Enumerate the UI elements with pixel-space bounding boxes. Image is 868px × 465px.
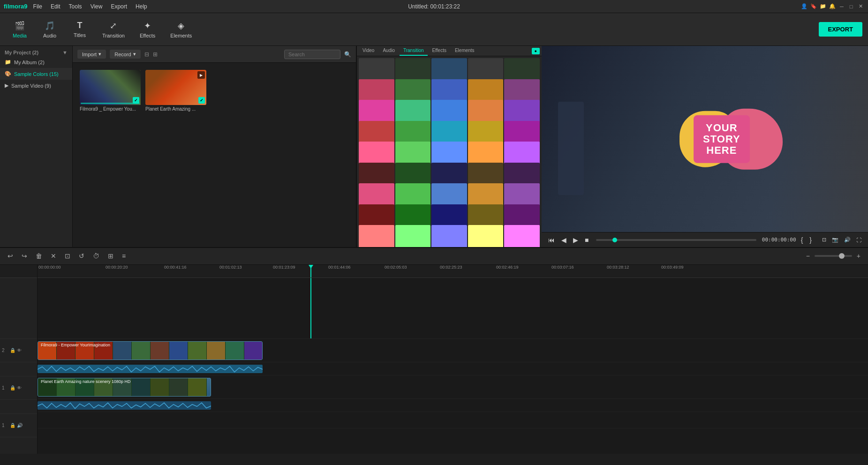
toolbar-effects[interactable]: ✦ Effects xyxy=(133,18,162,41)
sidebar-item-my-album[interactable]: 📁 My Album (2) xyxy=(0,56,72,68)
tab-effects[interactable]: Effects xyxy=(429,46,450,56)
media-content: Import ▾ Record ▾ ⊟ ⊞ 🔍 xyxy=(73,46,356,247)
effects-icon: ✦ xyxy=(144,21,151,31)
trans-thumb-43[interactable] xyxy=(431,225,467,247)
ruler: 00:00:00:00 00:00:20:20 00:00:41:16 00:0… xyxy=(38,265,868,278)
play-button[interactable]: ▶ xyxy=(571,235,580,245)
record-button[interactable]: Record ▾ xyxy=(110,50,140,59)
menu-export[interactable]: Export xyxy=(107,2,131,11)
adjust-button[interactable]: ≡ xyxy=(119,251,128,261)
media-thumb-1[interactable]: ✓ Filmora9 _ Empower You... xyxy=(80,70,141,112)
story-overlay: YOURSTORYHERE xyxy=(694,115,750,163)
stop-button[interactable]: ■ xyxy=(583,235,590,245)
screen-btn[interactable]: ⊡ xyxy=(820,236,828,244)
active-tab-btn[interactable]: ● xyxy=(532,48,540,54)
timecode-end-btn[interactable]: } xyxy=(808,235,814,245)
trans-thumb-42[interactable] xyxy=(395,225,431,247)
track-video2-eye[interactable]: 👁 xyxy=(17,348,22,353)
media-toolbar: Import ▾ Record ▾ ⊟ ⊞ 🔍 xyxy=(73,46,356,63)
fullscreen-btn[interactable]: ⛶ xyxy=(854,236,863,244)
sample-video-label: Sample Video (9) xyxy=(11,83,51,89)
tab-elements[interactable]: Elements xyxy=(451,46,478,56)
toolbar-audio[interactable]: 🎵 Audio xyxy=(36,18,64,41)
menu-help[interactable]: Help xyxy=(132,2,151,11)
zoom-out-button[interactable]: − xyxy=(803,251,813,261)
split-button[interactable]: ⊞ xyxy=(105,251,116,261)
room-background: YOURSTORYHERE xyxy=(542,46,868,232)
minimize-button[interactable]: ─ xyxy=(838,3,845,10)
transition-panel: Video Audio Transition Effects Elements … xyxy=(356,46,542,247)
cut-button[interactable]: ✕ xyxy=(48,251,59,261)
import-label: Import xyxy=(82,52,97,57)
import-button[interactable]: Import ▾ xyxy=(77,50,106,59)
folder-icon[interactable]: 📁 xyxy=(819,3,827,10)
toolbar-titles[interactable]: T Titles xyxy=(66,18,94,41)
close-button[interactable]: ✕ xyxy=(857,3,864,10)
trans-thumb-44[interactable] xyxy=(468,225,504,247)
track-video1-eye[interactable]: 👁 xyxy=(17,385,22,390)
track-num-video1: 1 xyxy=(2,385,8,390)
loop-button[interactable]: ↺ xyxy=(76,251,87,261)
sidebar-item-sample-colors[interactable]: 🎨 Sample Colors (15) xyxy=(0,68,72,80)
menu-view[interactable]: View xyxy=(87,2,106,11)
track-num-audio1: 1 xyxy=(2,423,8,428)
track-row-audio-wave1 xyxy=(38,399,868,412)
volume-btn[interactable]: 🔊 xyxy=(842,236,853,244)
grid-icon[interactable]: ⊞ xyxy=(153,51,158,58)
audio-icon: 🎵 xyxy=(45,21,55,31)
middle-section: My Project (2) ▼ 📁 My Album (2) 🎨 Sample… xyxy=(0,46,868,248)
search-icon[interactable]: 🔍 xyxy=(344,51,351,58)
preview-area: YOURSTORYHERE ⏮ ◀ ▶ ■ 00:00:00:00 { } xyxy=(542,46,868,247)
tab-video[interactable]: Video xyxy=(359,46,378,56)
crop-button[interactable]: ⊡ xyxy=(62,251,73,261)
delete-button[interactable]: 🗑 xyxy=(33,251,45,261)
record-chevron-icon: ▾ xyxy=(133,51,136,57)
track-audio1-speaker[interactable]: 🔊 xyxy=(17,423,23,428)
menu-tools[interactable]: Tools xyxy=(65,2,86,11)
zoom-in-button[interactable]: + xyxy=(854,251,863,261)
export-button[interactable]: EXPORT xyxy=(819,22,862,37)
restore-button[interactable]: □ xyxy=(847,3,855,10)
zoom-slider[interactable] xyxy=(815,255,852,257)
trans-thumb-45[interactable] xyxy=(504,225,540,247)
menu-edit[interactable]: Edit xyxy=(47,2,64,11)
trans-thumb-41[interactable] xyxy=(359,225,394,247)
video2-clip[interactable]: Filmora9 - Empower YourImagination xyxy=(38,341,263,360)
left-panel: My Project (2) ▼ 📁 My Album (2) 🎨 Sample… xyxy=(0,46,356,247)
window-controls: 👤 🔖 📁 🔔 ─ □ ✕ xyxy=(800,3,864,10)
tab-transition[interactable]: Transition xyxy=(400,46,428,56)
video1-clip[interactable]: Planet Earth Amazing nature scenery 1080… xyxy=(38,378,211,397)
right-section: Video Audio Transition Effects Elements … xyxy=(356,46,868,247)
menu-file[interactable]: File xyxy=(30,2,46,11)
tab-audio[interactable]: Audio xyxy=(379,46,399,56)
track-video2-lock[interactable]: 🔒 xyxy=(10,348,15,353)
bell-icon[interactable]: 🔔 xyxy=(829,3,836,10)
track-video1-lock[interactable]: 🔒 xyxy=(10,385,15,390)
timeline-main: 00:00:00:00 00:00:20:20 00:00:41:16 00:0… xyxy=(38,265,868,454)
expand-icon[interactable]: ▼ xyxy=(62,50,68,55)
filter-icon[interactable]: ⊟ xyxy=(144,51,149,58)
main-toolbar: 🎬 Media 🎵 Audio T Titles ⤢ Transition ✦ … xyxy=(0,13,868,46)
sidebar: My Project (2) ▼ 📁 My Album (2) 🎨 Sample… xyxy=(0,46,73,247)
sidebar-item-sample-video[interactable]: ▶ Sample Video (9) xyxy=(0,80,72,91)
preview-progress[interactable] xyxy=(596,239,756,241)
undo-button[interactable]: ↩ xyxy=(5,251,16,261)
account-icon[interactable]: 👤 xyxy=(800,3,808,10)
toolbar-transition[interactable]: ⤢ Transition xyxy=(96,18,131,41)
playhead-indicator xyxy=(309,265,313,269)
redo-button[interactable]: ↪ xyxy=(19,251,30,261)
toolbar-media[interactable]: 🎬 Media xyxy=(6,18,34,41)
media-thumb-2[interactable]: ▶ ✓ Planet Earth Amazing ... xyxy=(145,70,206,112)
track-side-empty-1 xyxy=(0,278,37,339)
track-row-video1: Planet Earth Amazing nature scenery 1080… xyxy=(38,375,868,399)
search-input[interactable] xyxy=(284,50,340,59)
bookmark-icon[interactable]: 🔖 xyxy=(810,3,817,10)
skip-back-button[interactable]: ⏮ xyxy=(546,235,557,245)
speed-button[interactable]: ⏱ xyxy=(90,251,102,261)
step-back-button[interactable]: ◀ xyxy=(559,235,568,245)
track-audio1-lock[interactable]: 🔒 xyxy=(10,423,15,428)
snapshot-btn[interactable]: 📷 xyxy=(830,236,840,244)
track-side-audio2 xyxy=(0,362,37,376)
timecode-start-btn[interactable]: { xyxy=(799,235,805,245)
toolbar-elements[interactable]: ◈ Elements xyxy=(164,18,198,41)
